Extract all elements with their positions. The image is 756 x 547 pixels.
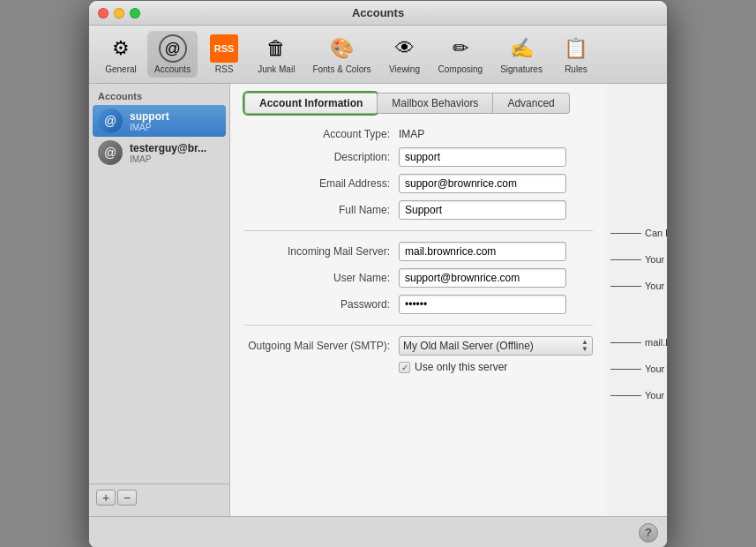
use-only-row: ✓ Use only this server [399,361,593,373]
main-content: Accounts @ support IMAP @ testerguy@br..… [89,84,667,516]
annotation-name: Your proper name [610,276,668,296]
help-button[interactable]: ? [639,523,658,543]
toolbar-fonts-colors-label: Fonts & Colors [312,64,371,74]
incoming-mail-server-label: Incoming Mail Server: [244,245,399,258]
annotations-area: Can be anything Your full email address … [607,84,668,516]
form-divider-2 [244,325,593,326]
toolbar-rules-label: Rules [565,64,588,74]
form-divider-1 [244,230,593,231]
full-name-label: Full Name: [244,204,399,216]
sidebar-header: Accounts [89,89,229,105]
user-name-row: User Name: [244,268,593,288]
toolbar-composing-label: Composing [438,64,483,74]
account-type-label: Account Type: [244,128,399,140]
toolbar-rss[interactable]: RSS RSS [201,31,247,78]
incoming-mail-server-row: Incoming Mail Server: [244,242,593,261]
user-name-input[interactable] [399,268,566,288]
annot-dash-6 [610,395,641,396]
fonts-colors-icon: 🎨 [327,34,356,63]
annot-text-description: Can be anything [645,228,668,238]
tab-advanced[interactable]: Advanced [493,93,569,114]
account-type-row: Account Type: IMAP [244,128,593,140]
support-info: support IMAP [130,110,169,132]
use-only-label: Use only this server [415,361,507,373]
content-panel: Account Information Mailbox Behaviors Ad… [230,84,607,516]
annotation-username: Your full email address again [610,359,668,378]
general-icon: ⚙ [107,34,135,63]
toolbar-composing[interactable]: ✏ Composing [431,31,490,78]
minimize-button[interactable] [114,8,124,19]
annot-dash-5 [610,369,641,370]
toolbar-junk-mail[interactable]: 🗑 Junk Mail [251,31,302,78]
description-input[interactable] [399,147,566,167]
annot-dash-1 [610,233,641,234]
toolbar-accounts-label: Accounts [154,64,191,74]
signatures-icon: ✍ [507,34,535,63]
support-avatar: @ [98,109,123,133]
testerguy-type: IMAP [130,154,206,164]
close-button[interactable] [98,8,109,19]
rules-icon: 📋 [562,34,590,63]
sidebar-footer: + − [89,483,229,511]
tab-mailbox-behaviors[interactable]: Mailbox Behaviors [378,93,493,114]
remove-account-button[interactable]: − [117,490,137,506]
junk-mail-icon: 🗑 [262,34,290,63]
support-type: IMAP [130,123,169,132]
testerguy-info: testerguy@br... IMAP [130,142,206,164]
toolbar-general-label: General [105,64,137,74]
user-name-label: User Name: [244,272,399,284]
annot-text-server: mail.brownrice.com, exactly [645,337,668,348]
smtp-row: Outgoing Mail Server (SMTP): My Old Mail… [244,336,593,356]
toolbar-signatures[interactable]: ✍ Signatures [493,31,550,78]
smtp-select[interactable]: My Old Mail Server (Offline) ▲▼ [399,336,593,356]
sidebar-item-support[interactable]: @ support IMAP [93,105,226,137]
full-name-row: Full Name: [244,200,593,220]
incoming-mail-server-input[interactable] [399,242,566,261]
toolbar: ⚙ General @ Accounts RSS RSS 🗑 Junk Mail… [89,26,667,84]
password-row: Password: [244,295,593,314]
maximize-button[interactable] [130,8,140,19]
annotation-description: Can be anything [610,223,668,243]
rss-icon: RSS [210,34,238,63]
account-type-value: IMAP [399,128,424,140]
smtp-arrows-icon: ▲▼ [581,339,588,353]
password-input[interactable] [399,295,566,314]
outgoing-label: Outgoing Mail Server (SMTP): [244,340,399,352]
testerguy-name: testerguy@br... [130,142,206,154]
email-address-label: Email Address: [244,177,399,190]
toolbar-rss-label: RSS [215,64,234,74]
annot-dash-2 [610,259,641,260]
full-name-input[interactable] [399,200,566,220]
window-title: Accounts [352,6,404,19]
toolbar-rules[interactable]: 📋 Rules [553,31,599,78]
toolbar-fonts-colors[interactable]: 🎨 Fonts & Colors [305,31,378,78]
window-bottom: ? [89,516,667,547]
viewing-icon: 👁 [391,34,419,63]
toolbar-signatures-label: Signatures [500,64,543,74]
email-address-input[interactable] [399,174,566,193]
titlebar: Accounts [89,1,667,26]
add-account-button[interactable]: + [96,490,116,506]
toolbar-junk-mail-label: Junk Mail [258,64,295,74]
tab-account-information[interactable]: Account Information [244,93,378,114]
use-only-checkbox[interactable]: ✓ [399,362,410,373]
testerguy-avatar: @ [98,140,123,165]
sidebar-item-testerguy[interactable]: @ testerguy@br... IMAP [89,137,229,169]
content-area: Account Information Mailbox Behaviors Ad… [230,84,668,516]
toolbar-general[interactable]: ⚙ General [98,31,144,78]
annot-text-name: Your proper name [645,281,668,291]
annot-dash-3 [610,286,641,287]
email-address-row: Email Address: [244,174,593,193]
accounts-icon: @ [159,34,187,63]
annot-text-email: Your full email address [645,254,668,265]
sidebar: Accounts @ support IMAP @ testerguy@br..… [89,84,230,516]
toolbar-accounts[interactable]: @ Accounts [147,31,198,78]
annotation-email: Your full email address [610,250,668,269]
password-label: Password: [244,298,399,311]
support-name: support [130,110,169,123]
description-label: Description: [244,151,399,163]
description-row: Description: [244,147,593,167]
toolbar-viewing[interactable]: 👁 Viewing [382,31,428,78]
annotation-server: mail.brownrice.com, exactly [610,333,668,352]
annotation-password: Your email password [610,386,668,405]
